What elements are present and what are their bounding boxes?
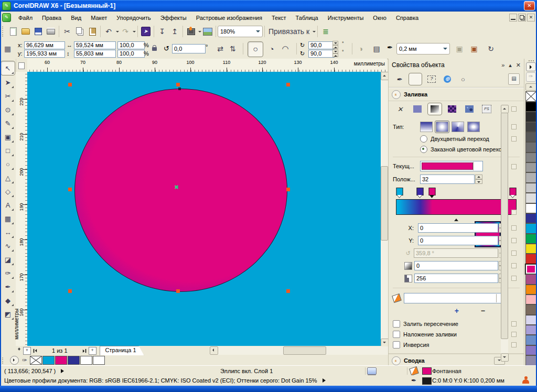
menu-item[interactable]: Текст [267,13,291,23]
document-color-swatch[interactable] [30,356,42,365]
tool-button[interactable]: ▣ [1,130,15,144]
docker-scrollbar[interactable] [501,105,508,361]
pie-mode-button[interactable]: ◔ [265,42,278,55]
palette-color-swatch[interactable] [525,91,536,101]
last-page-button[interactable] [81,347,89,354]
restore-document-button[interactable] [518,14,526,21]
snap-to-dropdown[interactable] [313,31,316,34]
document-color-swatch[interactable] [93,356,105,365]
remove-stop-button[interactable]: − [481,307,485,315]
previous-page-button[interactable] [39,347,47,354]
edge-pad-field[interactable]: 0 [414,261,498,270]
stop-position-spinner[interactable] [475,175,482,184]
selection-handle-bottom-center[interactable] [176,289,180,293]
status-flyout-icon[interactable] [323,378,328,383]
palette-color-swatch[interactable] [525,162,536,172]
palette-color-swatch[interactable] [525,254,536,264]
fill-type-button[interactable] [410,103,425,115]
menu-item[interactable]: Таблица [291,13,323,23]
paste-button[interactable] [86,25,99,38]
menu-item[interactable]: Макет [86,13,112,23]
aux-button-2[interactable]: ▣ [468,42,480,55]
end-angle-field[interactable]: 90,0 [308,50,335,58]
drawing-canvas[interactable]: ✖ [27,72,381,346]
cut-button[interactable]: ✂ [61,25,73,38]
add-stop-button[interactable]: + [455,307,459,315]
tool-button[interactable]: ✂ [1,89,15,103]
next-page-button[interactable] [73,347,81,354]
mirror-vertical-button[interactable]: ⇅ [227,42,239,55]
menu-item[interactable]: Эффекты [156,13,191,23]
object-width-field[interactable]: 59,524 мм [74,41,116,49]
outline-color-swatch[interactable] [422,377,432,385]
tool-button[interactable]: ◪ [1,253,15,266]
tool-button[interactable]: △ [1,171,15,184]
redo-dropdown[interactable] [133,31,136,34]
add-page-button-right[interactable]: + [89,347,96,355]
canvas-horizontal-scrollbar[interactable] [210,346,396,355]
application-launcher-button[interactable] [185,25,197,38]
tool-button[interactable]: ○ [1,157,15,171]
palette-scroll-up-button[interactable] [525,83,536,91]
menu-item[interactable]: Справка [391,13,423,23]
docker-close-button[interactable]: ✕ [516,62,521,69]
start-angle-field[interactable]: 90,0 [308,41,335,49]
options-button[interactable]: ≣ [319,25,332,38]
change-direction-button[interactable]: ◑ [355,42,367,55]
snap-to-button[interactable]: Привязать к [266,25,312,38]
tool-button[interactable]: ✑ [1,266,15,280]
menu-item[interactable]: Растровые изображения [191,13,267,23]
lock-ratio-button[interactable] [152,47,157,51]
palette-color-swatch[interactable] [525,234,536,244]
menu-item[interactable]: Файл [14,13,37,23]
menu-item[interactable]: Окно [368,13,391,23]
tool-button[interactable]: ✎ [1,116,15,130]
status-flyout-icon[interactable] [61,369,66,373]
scale-y-field[interactable]: 100,0 [117,50,145,58]
copy-button[interactable] [73,25,86,38]
palette-eyedropper-button[interactable]: ✑ [526,72,536,81]
chevron-down-icon[interactable] [473,162,481,170]
palette-color-swatch[interactable] [525,264,536,274]
docker-tab[interactable]: ⊕ [441,73,454,85]
import-button[interactable]: ↧ [156,25,168,38]
summary-toggle-button[interactable]: ▤ [508,73,520,85]
palette-color-swatch[interactable] [525,244,536,254]
stop-position-field[interactable]: 32 [420,175,475,184]
selection-handle-top-right[interactable] [286,83,290,86]
end-angle-spinner[interactable] [332,49,338,57]
horizontal-scroll-thumb[interactable] [283,346,326,355]
monitor-icon[interactable] [367,367,377,375]
open-button[interactable] [19,25,32,38]
palette-color-swatch[interactable] [525,295,536,304]
docker-tab[interactable] [409,73,422,85]
tool-button[interactable]: ⊙ [1,103,15,116]
tool-button[interactable]: ◇ [1,184,15,198]
palette-color-swatch[interactable] [525,285,536,295]
fill-color-swatch[interactable] [422,367,432,375]
document-color-swatch[interactable] [68,356,80,365]
export-button[interactable]: ↥ [168,25,181,38]
search-content-button[interactable]: ➤ [139,25,152,38]
tool-button[interactable]: □ [1,144,15,157]
title-bar[interactable]: ✎ CorelDRAW X6 - [Безымянный-1] ✕ [0,0,537,12]
object-height-field[interactable]: 55,803 мм [74,50,116,58]
save-button[interactable] [32,25,45,38]
selection-handle-top-center[interactable] [176,83,180,86]
gradient-stop-handle[interactable] [417,188,424,195]
close-window-button[interactable]: ✕ [524,1,535,10]
canvas-vertical-scrollbar[interactable] [381,72,388,346]
tool-button[interactable]: ▦ [1,212,15,225]
gradient-stop-handle[interactable] [429,188,436,195]
add-page-button-left[interactable]: + [23,347,31,355]
palette-color-swatch[interactable] [525,112,536,122]
print-button[interactable] [45,25,57,38]
docker-scroll-up[interactable] [501,105,509,113]
tool-button[interactable]: ◆ [1,293,15,307]
docker-scroll-down[interactable] [501,353,509,362]
palette-color-swatch[interactable] [525,274,536,284]
overprint-fill-checkbox[interactable] [393,331,400,338]
docker-tab[interactable]: ○ [457,73,469,85]
palette-flyout-button[interactable] [526,62,536,71]
rotation-angle-field[interactable]: 0,0 [172,44,206,53]
